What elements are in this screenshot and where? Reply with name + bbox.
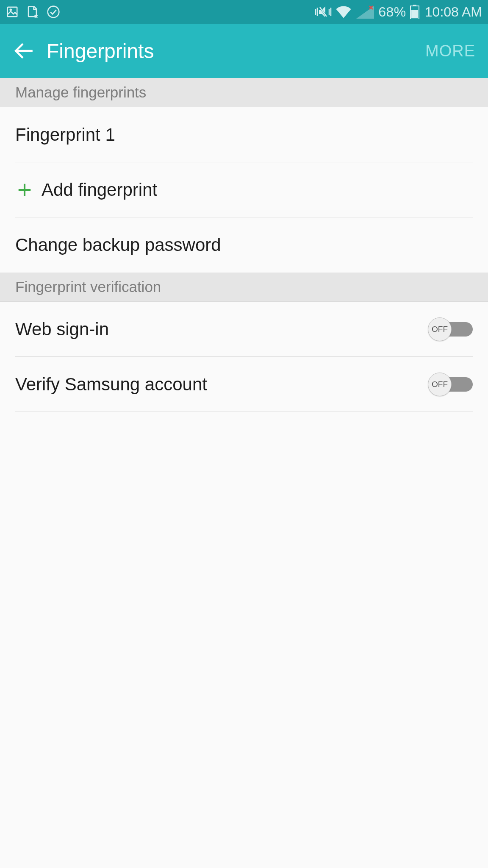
battery-percent-text: 68%: [378, 4, 406, 20]
svg-point-1: [10, 9, 11, 10]
verify-samsung-item[interactable]: Verify Samsung account OFF: [0, 357, 488, 412]
svg-rect-5: [411, 10, 418, 18]
add-fingerprint-label: Add fingerprint: [42, 180, 157, 200]
cellular-no-signal-icon: [355, 5, 375, 19]
image-icon: [6, 6, 19, 18]
status-left-icons: [6, 5, 60, 19]
web-sign-in-label: Web sign-in: [15, 319, 109, 339]
status-time: 10:08 AM: [425, 4, 482, 20]
document-icon: [26, 6, 39, 18]
verify-samsung-toggle[interactable]: OFF: [428, 375, 473, 394]
toggle-thumb: OFF: [428, 317, 452, 341]
app-header: Fingerprints MORE: [0, 24, 488, 78]
vibrate-mute-icon: [315, 5, 332, 19]
web-sign-in-toggle[interactable]: OFF: [428, 320, 473, 339]
toggle-thumb: OFF: [428, 373, 452, 396]
battery-icon: [410, 5, 420, 19]
status-bar: 68% 10:08 AM: [0, 0, 488, 24]
status-right: 68% 10:08 AM: [315, 4, 482, 20]
fingerprint-item-label: Fingerprint 1: [15, 125, 115, 145]
change-backup-password-label: Change backup password: [15, 235, 221, 255]
plus-icon: [15, 182, 34, 198]
section-header-manage: Manage fingerprints: [0, 78, 488, 107]
arrow-left-icon: [13, 40, 34, 61]
fingerprint-item[interactable]: Fingerprint 1: [0, 107, 488, 162]
back-button[interactable]: [11, 38, 36, 64]
verify-samsung-label: Verify Samsung account: [15, 374, 207, 395]
check-circle-icon: [47, 5, 60, 19]
add-fingerprint-item[interactable]: Add fingerprint: [0, 162, 488, 217]
svg-rect-0: [8, 7, 17, 17]
svg-point-2: [48, 6, 59, 18]
more-button[interactable]: MORE: [425, 42, 475, 60]
page-title: Fingerprints: [47, 39, 425, 63]
wifi-icon: [335, 5, 352, 19]
web-sign-in-item[interactable]: Web sign-in OFF: [0, 302, 488, 357]
change-backup-password-item[interactable]: Change backup password: [0, 217, 488, 273]
section-header-verification: Fingerprint verification: [0, 273, 488, 302]
